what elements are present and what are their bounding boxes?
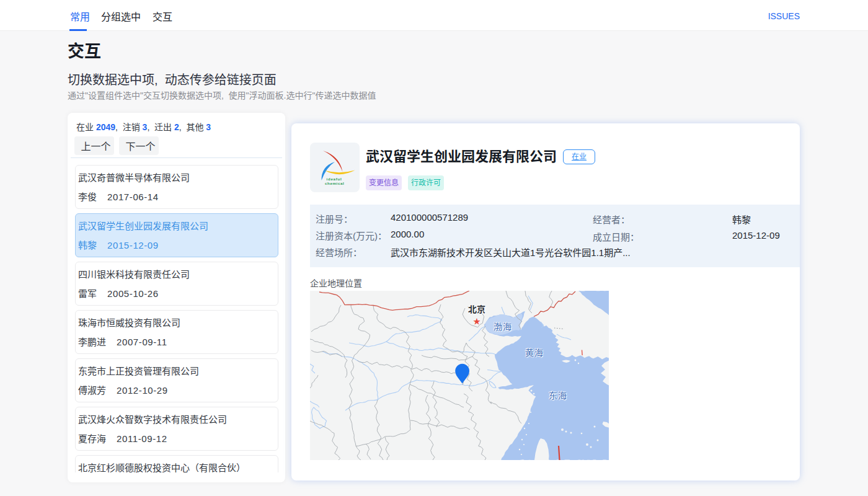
svg-text:ideaful: ideaful [327,177,342,181]
svg-text:chemical: chemical [325,181,344,185]
